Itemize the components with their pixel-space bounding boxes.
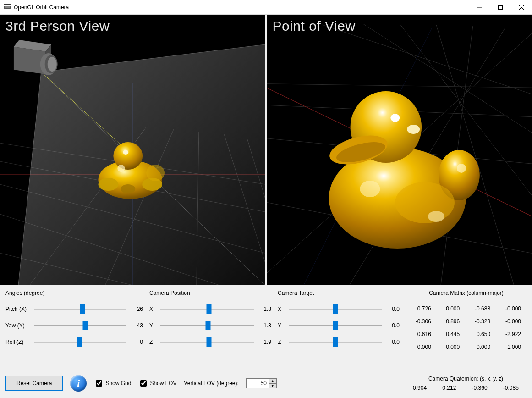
- reset-camera-button[interactable]: Reset Camera: [5, 376, 63, 391]
- camera-position-title: Camera Position: [149, 290, 271, 296]
- matrix-cell: -0.000: [496, 304, 527, 313]
- show-grid-checkbox[interactable]: Show Grid: [94, 379, 131, 388]
- matrix-cell: 0.000: [406, 343, 437, 351]
- svg-rect-2: [4, 4, 11, 5]
- matrix-cell: 0.445: [437, 330, 465, 338]
- bottom-row: Reset Camera i Show Grid Show FOV Vertic…: [5, 372, 527, 394]
- svg-point-63: [456, 164, 466, 173]
- svg-point-30: [48, 57, 57, 72]
- camera-target-group: Camera Target X 0.0 Y 0.0 Z 0.: [278, 290, 400, 369]
- window-title: OpenGL Orbit Camera: [14, 4, 69, 11]
- angles-group: Angles (degree) Pitch (X) 26 Yaw (Y) 43 …: [5, 290, 143, 369]
- matrix-cell: -0.688: [465, 304, 496, 313]
- matrix-cell: -0.323: [465, 317, 496, 326]
- maximize-button[interactable]: [490, 0, 511, 14]
- vertical-fov-input[interactable]: [247, 379, 269, 388]
- info-icon[interactable]: i: [70, 375, 87, 392]
- yaw-slider[interactable]: [34, 321, 126, 330]
- campos-y-slider[interactable]: [160, 321, 254, 330]
- control-panel: Angles (degree) Pitch (X) 26 Yaw (Y) 43 …: [0, 285, 532, 398]
- angles-title: Angles (degree): [5, 290, 143, 296]
- matrix-row: 0.726 0.000 -0.688 -0.000: [406, 304, 527, 313]
- app-icon: [4, 4, 11, 11]
- matrix-cell: 0.000: [437, 343, 465, 351]
- fov-spin-up[interactable]: ▲: [269, 379, 276, 383]
- camtgt-y-slider[interactable]: [289, 321, 382, 330]
- viewports: 3rd Person View: [0, 15, 532, 285]
- camtgt-z-slider[interactable]: [289, 337, 382, 347]
- roll-slider[interactable]: [34, 337, 126, 347]
- camera-matrix-title: Camera Matrix (column-major): [406, 290, 527, 296]
- matrix-cell: 0.650: [465, 330, 496, 338]
- quat-x: 0.212: [442, 385, 456, 391]
- matrix-cell: 0.616: [406, 330, 437, 338]
- show-fov-input[interactable]: [140, 380, 147, 387]
- quat-s: 0.904: [413, 385, 427, 391]
- pitch-value: 26: [128, 306, 143, 312]
- matrix-cell: 1.000: [496, 343, 527, 351]
- matrix-cell: 0.000: [465, 343, 496, 351]
- svg-point-35: [146, 165, 165, 181]
- campos-x-label: X: [149, 306, 158, 312]
- matrix-row: -0.306 0.896 -0.323 -0.000: [406, 317, 527, 326]
- camera-matrix-group: Camera Matrix (column-major) 0.726 0.000…: [406, 290, 527, 369]
- svg-point-33: [98, 178, 118, 191]
- show-grid-label: Show Grid: [105, 380, 131, 387]
- svg-rect-1: [5, 6, 10, 8]
- roll-label: Roll (Z): [5, 339, 31, 345]
- matrix-cell: 0.000: [437, 304, 465, 313]
- camera-position-group: Camera Position X 1.8 Y 1.3 Z: [149, 290, 271, 369]
- third-person-viewport[interactable]: 3rd Person View: [0, 15, 265, 285]
- titlebar: OpenGL Orbit Camera: [0, 0, 532, 15]
- matrix-cell: 0.726: [406, 304, 437, 313]
- camtgt-x-slider[interactable]: [289, 304, 382, 314]
- camtgt-z-value: 0.0: [385, 339, 400, 345]
- svg-point-36: [121, 184, 135, 193]
- matrix-row: 0.000 0.000 0.000 1.000: [406, 343, 527, 351]
- pitch-slider[interactable]: [34, 304, 126, 314]
- show-grid-input[interactable]: [96, 380, 102, 387]
- quat-z: -0.085: [503, 385, 519, 391]
- svg-rect-4: [499, 5, 503, 9]
- camtgt-y-value: 0.0: [385, 322, 400, 329]
- campos-x-slider[interactable]: [160, 304, 254, 314]
- fov-spin-down[interactable]: ▼: [269, 383, 276, 388]
- campos-z-value: 1.9: [257, 339, 271, 345]
- close-button[interactable]: [511, 0, 532, 14]
- matrix-row: 0.616 0.445 0.650 -2.922: [406, 330, 527, 338]
- roll-value: 0: [128, 339, 143, 345]
- svg-point-59: [390, 114, 400, 122]
- campos-y-value: 1.3: [257, 322, 271, 329]
- camera-target-title: Camera Target: [278, 290, 400, 296]
- svg-point-61: [360, 181, 380, 197]
- matrix-cell: 0.896: [437, 317, 465, 326]
- camtgt-y-label: Y: [278, 322, 286, 329]
- camera-quaternion-title: Camera Quaternion: (s, x, y, z): [405, 376, 527, 382]
- svg-point-32: [113, 142, 143, 170]
- third-person-label: 3rd Person View: [5, 18, 110, 34]
- show-fov-checkbox[interactable]: Show FOV: [138, 379, 176, 388]
- quat-y: -0.360: [472, 385, 488, 391]
- pov-viewport[interactable]: Point of View: [265, 15, 532, 285]
- svg-point-38: [117, 165, 125, 172]
- camtgt-z-label: Z: [278, 339, 286, 345]
- yaw-label: Yaw (Y): [5, 322, 31, 329]
- matrix-cell: -0.000: [496, 317, 527, 326]
- campos-z-label: Z: [149, 339, 158, 345]
- campos-z-slider[interactable]: [160, 337, 254, 347]
- svg-point-62: [428, 211, 444, 222]
- minimize-button[interactable]: [469, 0, 490, 14]
- pitch-label: Pitch (X): [5, 306, 31, 312]
- titlebar-left: OpenGL Orbit Camera: [4, 4, 69, 11]
- svg-point-60: [407, 125, 420, 134]
- show-fov-label: Show FOV: [150, 380, 176, 387]
- matrix-cell: -0.306: [406, 317, 437, 326]
- pov-label: Point of View: [273, 18, 356, 34]
- svg-point-37: [123, 150, 128, 155]
- camtgt-x-label: X: [278, 306, 286, 312]
- vertical-fov-label: Vertical FOV (degree):: [184, 380, 238, 387]
- camera-quaternion-group: Camera Quaternion: (s, x, y, z) 0.904 0.…: [405, 376, 527, 391]
- camera-matrix-table: 0.726 0.000 -0.688 -0.000 -0.306 0.896 -…: [406, 300, 527, 356]
- matrix-cell: -2.922: [496, 330, 527, 338]
- vertical-fov-spinner[interactable]: ▲ ▼: [246, 378, 277, 388]
